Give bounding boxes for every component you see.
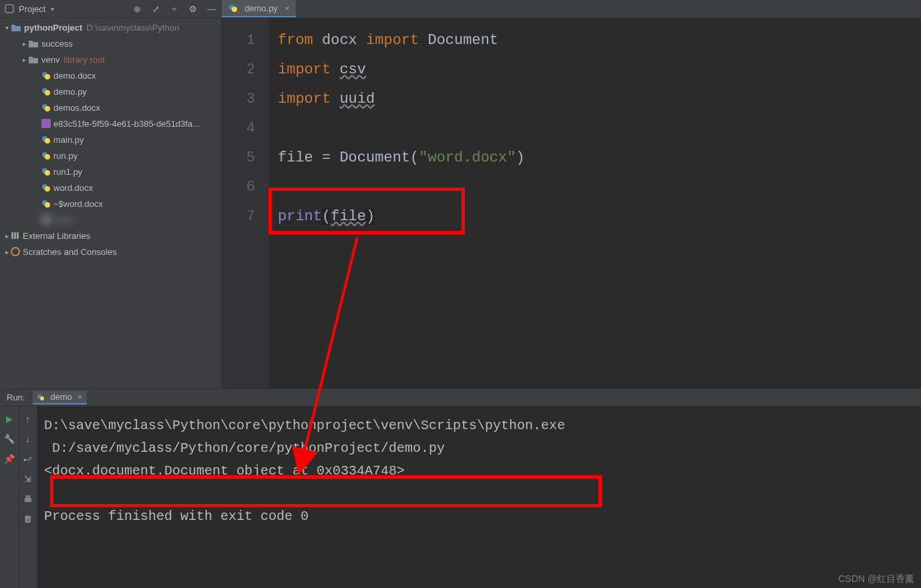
svg-rect-21 — [14, 232, 16, 239]
locate-icon[interactable]: ⊕ — [132, 3, 142, 14]
svg-rect-22 — [17, 232, 19, 239]
python-file-icon — [41, 167, 51, 176]
svg-point-18 — [45, 202, 50, 208]
tree-folder[interactable]: ▸ success — [0, 35, 221, 51]
tree-root[interactable]: ▾ pythonProject D:\save\myclass\Python — [0, 19, 221, 35]
print-icon[interactable]: 🖶 — [23, 493, 33, 504]
chevron-right-icon[interactable]: ▸ — [3, 232, 11, 240]
watermark: CSDN @红目香薰 — [838, 573, 914, 585]
collapse-icon[interactable]: ÷ — [169, 3, 180, 14]
gear-icon[interactable]: ⚙ — [188, 3, 198, 14]
scratch-icon — [11, 247, 20, 256]
svg-rect-20 — [11, 232, 13, 239]
editor-area: demo.py × 123 456 7 from docx import Doc… — [222, 0, 921, 388]
csv-file-icon — [41, 119, 51, 128]
svg-point-7 — [45, 106, 50, 111]
project-tree[interactable]: ▾ pythonProject D:\save\myclass\Python ▸… — [0, 18, 221, 388]
tree-file[interactable]: run1.py — [0, 164, 221, 180]
file-icon — [41, 215, 51, 224]
svg-point-5 — [45, 90, 50, 95]
tree-file[interactable]: demos.docx — [0, 99, 221, 115]
trash-icon[interactable]: 🗑 — [23, 513, 33, 524]
project-tool-window: Project ⊕ ⤢ ÷ ⚙ — ▾ pythonProject D:\sav… — [0, 0, 222, 388]
svg-point-16 — [45, 186, 50, 192]
tree-folder[interactable]: ▸ venv library root — [0, 51, 221, 67]
project-icon — [4, 3, 15, 14]
python-file-icon — [41, 71, 51, 80]
run-config-tab[interactable]: demo × — [33, 390, 86, 404]
expand-icon[interactable]: ⤢ — [150, 3, 161, 14]
svg-point-3 — [45, 74, 50, 79]
python-file-icon — [41, 199, 51, 208]
chevron-right-icon[interactable]: ▸ — [20, 56, 28, 63]
down-icon[interactable]: ↓ — [23, 433, 33, 444]
python-file-icon — [228, 3, 238, 13]
tree-file[interactable]: run.py — [0, 148, 221, 164]
python-file-icon — [41, 135, 51, 144]
folder-icon — [28, 39, 39, 48]
tree-file[interactable]: ~$word.docx — [0, 196, 221, 212]
folder-icon — [28, 55, 39, 64]
chevron-right-icon[interactable]: ▸ — [20, 40, 28, 47]
python-file-icon — [41, 87, 51, 96]
svg-point-23 — [11, 248, 19, 256]
root-path: D:\save\myclass\Python — [86, 23, 179, 33]
run-tool-window: Run: demo × ▶ 🔧 📌 ↑ ↓ ⮐ ⇲ 🖶 🗑 D:\save\my… — [0, 389, 921, 588]
svg-point-14 — [45, 170, 50, 176]
run-header: Run: demo × — [0, 389, 921, 406]
svg-rect-8 — [41, 119, 51, 128]
svg-rect-1 — [5, 5, 13, 13]
softwrap-icon[interactable]: ⮐ — [23, 453, 33, 464]
run-left-gutter: ▶ 🔧 📌 — [0, 406, 19, 588]
editor-tab-label: demo.py — [244, 3, 278, 13]
tree-file[interactable]: .docx — [0, 212, 221, 228]
close-icon[interactable]: × — [77, 392, 83, 402]
external-libraries[interactable]: ▸ External Libraries — [0, 228, 221, 244]
tree-file[interactable]: demo.py — [0, 83, 221, 99]
line-gutter: 123 456 7 — [222, 18, 268, 388]
python-file-icon — [37, 393, 45, 401]
editor-tab-demo[interactable]: demo.py × — [222, 0, 296, 17]
root-label: pythonProject — [24, 23, 82, 33]
svg-point-12 — [45, 154, 50, 160]
python-file-icon — [41, 103, 51, 112]
svg-point-27 — [40, 396, 44, 400]
tree-file[interactable]: demo.docx — [0, 67, 221, 83]
run-right-gutter: ↑ ↓ ⮐ ⇲ 🖶 🗑 — [19, 406, 37, 588]
chevron-right-icon[interactable]: ▸ — [3, 248, 11, 256]
settings-icon[interactable]: 🔧 — [4, 433, 15, 444]
close-icon[interactable]: × — [285, 3, 290, 13]
source-code[interactable]: from docx import Document import csv imp… — [268, 18, 921, 388]
console-output[interactable]: D:\save\myclass\Python\core\pythonprojec… — [37, 406, 921, 588]
project-view-selector[interactable]: Project — [19, 4, 54, 14]
pin-icon[interactable]: 📌 — [4, 453, 15, 464]
up-icon[interactable]: ↑ — [23, 413, 33, 424]
python-file-icon — [41, 151, 51, 160]
svg-rect-19 — [41, 215, 51, 224]
tree-file[interactable]: word.docx — [0, 180, 221, 196]
project-header: Project ⊕ ⤢ ÷ ⚙ — — [0, 0, 221, 18]
svg-point-25 — [232, 7, 237, 12]
editor-tabs: demo.py × — [222, 0, 921, 18]
library-icon — [11, 231, 20, 240]
rerun-icon[interactable]: ▶ — [4, 413, 15, 424]
python-file-icon — [41, 183, 51, 192]
chevron-down-icon[interactable]: ▾ — [3, 24, 11, 31]
tree-file[interactable]: e83c51fe-5f59-4e61-b385-de51d3fa... — [0, 115, 221, 131]
tree-file[interactable]: main.py — [0, 131, 221, 148]
code-editor[interactable]: 123 456 7 from docx import Document impo… — [222, 18, 921, 388]
scratches-and-consoles[interactable]: ▸ Scratches and Consoles — [0, 244, 221, 260]
svg-point-10 — [45, 138, 50, 143]
scroll-icon[interactable]: ⇲ — [23, 473, 33, 484]
folder-icon — [11, 23, 21, 32]
run-label: Run: — [7, 392, 25, 402]
hide-icon[interactable]: — — [206, 3, 217, 14]
